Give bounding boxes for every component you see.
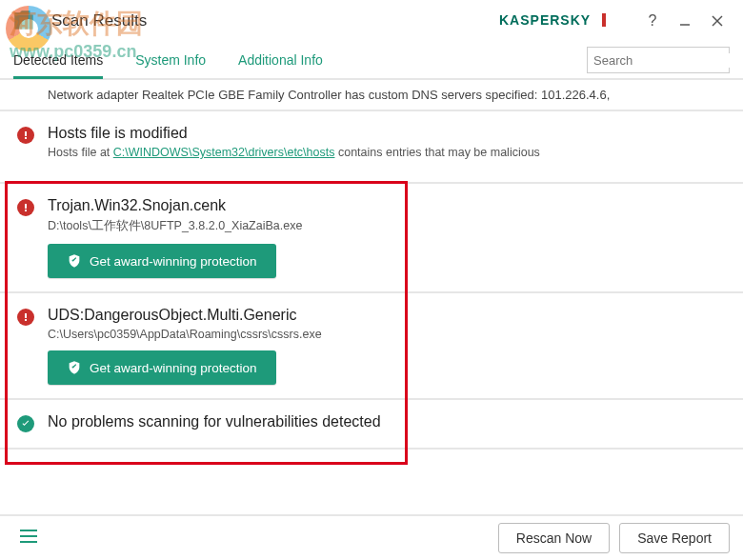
- search-input[interactable]: [593, 53, 743, 68]
- app-icon: [0, 0, 48, 42]
- alert-icon: [17, 127, 34, 144]
- rescan-button[interactable]: Rescan Now: [498, 523, 610, 553]
- shield-icon: [67, 252, 82, 270]
- item-title: UDS:DangerousObject.Multi.Generic: [48, 307, 726, 324]
- ok-row: No problems scanning for vulnerabilities…: [0, 400, 743, 450]
- check-icon: [17, 415, 34, 432]
- item-desc: Hosts file at C:\WINDOWS\System32\driver…: [48, 146, 726, 159]
- svg-rect-8: [25, 131, 27, 136]
- search-box[interactable]: [587, 47, 730, 73]
- window-title: Scan Results: [51, 11, 147, 30]
- tabs-bar: Detected Items System Info Additional In…: [0, 42, 743, 80]
- svg-rect-0: [14, 15, 33, 30]
- tab-system-info[interactable]: System Info: [135, 43, 206, 77]
- svg-text:KASPERSKY: KASPERSKY: [499, 12, 591, 28]
- menu-button[interactable]: [13, 523, 44, 553]
- bottom-bar: Rescan Now Save Report: [0, 514, 743, 560]
- tab-detected-items[interactable]: Detected Items: [13, 43, 103, 77]
- svg-rect-9: [25, 137, 27, 139]
- svg-rect-2: [602, 13, 606, 27]
- item-title: Trojan.Win32.Snojan.cenk: [48, 197, 726, 214]
- item-title: No problems scanning for vulnerabilities…: [48, 413, 726, 430]
- results-list[interactable]: Network adapter Realtek PCIe GBE Family …: [0, 80, 743, 512]
- brand-logo: KASPERSKY: [499, 10, 623, 32]
- shield-icon: [67, 359, 82, 376]
- titlebar: Scan Results KASPERSKY ?: [0, 0, 743, 42]
- save-report-button[interactable]: Save Report: [619, 523, 730, 553]
- item-title: Hosts file is modified: [48, 125, 726, 142]
- hosts-path-link[interactable]: C:\WINDOWS\System32\drivers\etc\hosts: [113, 146, 335, 159]
- hosts-row: Hosts file is modified Hosts file at C:\…: [0, 111, 743, 184]
- help-button[interactable]: ?: [636, 5, 669, 37]
- protection-button[interactable]: Get award-winning protection: [48, 350, 276, 385]
- svg-rect-10: [25, 204, 27, 209]
- minimize-button[interactable]: [669, 5, 701, 37]
- protection-button[interactable]: Get award-winning protection: [48, 244, 276, 278]
- info-row: Network adapter Realtek PCIe GBE Family …: [0, 80, 743, 111]
- threat-row: UDS:DangerousObject.Multi.Generic C:\Use…: [0, 293, 743, 400]
- item-path: C:\Users\pc0359\AppData\Roaming\cssrs\cs…: [48, 328, 726, 341]
- svg-rect-12: [25, 313, 27, 318]
- tab-additional-info[interactable]: Additional Info: [238, 43, 323, 77]
- alert-icon: [17, 199, 34, 216]
- item-path: D:\tools\工作软件\8UFTP_3.8.2.0_XiaZaiBa.exe: [48, 218, 726, 234]
- svg-rect-11: [25, 210, 27, 211]
- threat-row: Trojan.Win32.Snojan.cenk D:\tools\工作软件\8…: [0, 184, 743, 293]
- alert-icon: [17, 309, 34, 326]
- svg-rect-13: [25, 319, 27, 321]
- close-button[interactable]: [701, 5, 733, 37]
- info-text: Network adapter Realtek PCIe GBE Family …: [48, 88, 610, 102]
